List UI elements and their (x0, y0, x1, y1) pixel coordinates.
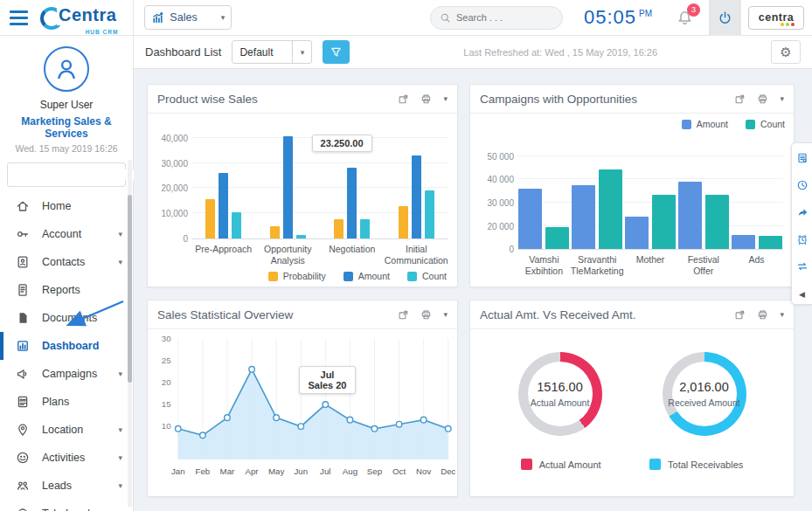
dashboard-select-value: Default (232, 46, 292, 59)
sidebar-item-leads[interactable]: Leads▾ (0, 472, 133, 500)
card-actions: ▾ (734, 309, 784, 321)
settings-button[interactable]: ⚙ (771, 40, 801, 64)
exchange-icon[interactable] (796, 260, 809, 273)
history-clock-icon[interactable] (796, 179, 809, 191)
chevron-down-icon[interactable]: ▾ (780, 94, 784, 103)
sidebar-item-reports[interactable]: Reports (0, 276, 133, 304)
main-area: Dashboard List Default ▾ Last Refreshed … (134, 36, 812, 511)
contacts-icon (16, 255, 30, 269)
area-chart-svg: JanFebMarAprMayJunJulAugSepOctNovDec1015… (148, 329, 457, 496)
legend-item-amount[interactable]: Amount (682, 119, 728, 129)
sidebar-item-tele-leads[interactable]: Tele-Leads▾ (0, 500, 133, 511)
avatar (44, 46, 89, 92)
module-selector[interactable]: Sales ▾ (144, 5, 232, 30)
bar-chart-icon (151, 11, 164, 24)
filter-button[interactable] (323, 40, 350, 64)
bar-group-ads (732, 142, 782, 249)
chevron-down-icon[interactable]: ▾ (443, 94, 448, 103)
card-actions: ▾ (398, 309, 448, 321)
print-icon[interactable] (757, 93, 768, 105)
logout-button[interactable] (709, 0, 741, 36)
svg-text:May: May (268, 466, 284, 476)
sidebar-item-label: Location (42, 424, 83, 436)
bar-group-mother (625, 142, 676, 249)
legend-item-count[interactable]: Count (746, 119, 785, 129)
chevron-down-icon[interactable]: ▾ (780, 310, 784, 319)
plan-icon (16, 395, 30, 409)
brand-badge[interactable]: centra (748, 6, 804, 30)
sidebar-item-account[interactable]: Account▾ (0, 220, 133, 248)
sidebar-item-campaigns[interactable]: Campaigns▾ (0, 360, 133, 388)
sidebar-item-home[interactable]: Home (0, 192, 133, 220)
legend-item-probability[interactable]: Probability (268, 271, 326, 281)
svg-text:20: 20 (162, 377, 171, 387)
dashboard-list-label: Dashboard List (145, 45, 221, 59)
svg-text:Aug: Aug (343, 466, 357, 476)
bar-count (705, 195, 729, 249)
dashboard-select[interactable]: Default ▾ (232, 40, 312, 64)
chart-tooltip: 23.250.00 (312, 135, 372, 152)
sidebar-item-dashboard[interactable]: Dashboard (0, 332, 133, 360)
bar-probability (334, 219, 344, 238)
expand-icon[interactable] (398, 93, 409, 105)
donut-label: Actual Amount (531, 397, 590, 408)
bar-count (360, 219, 370, 238)
legend-item-amount[interactable]: Amount (344, 271, 390, 281)
dashboard-toolbar: Dashboard List Default ▾ Last Refreshed … (134, 36, 812, 69)
y-axis-tick: 40,000 (155, 134, 188, 143)
share-icon[interactable] (796, 206, 809, 218)
card-actions: ▾ (398, 93, 448, 105)
y-axis-tick: 30 000 (481, 198, 514, 208)
legend-item-actual-amount[interactable]: Actual Amount (521, 459, 601, 470)
user-date: Wed. 15 may 2019 16:26 (0, 143, 133, 154)
bar-amount (678, 182, 702, 249)
sidebar-item-documents[interactable]: Documents (0, 304, 133, 332)
svg-text:Mar: Mar (220, 466, 235, 476)
y-axis-tick: 20,000 (155, 183, 188, 193)
print-icon[interactable] (757, 309, 768, 321)
bar-group-initial-communication (399, 126, 434, 238)
expand-icon[interactable] (398, 309, 409, 321)
card-actual-vs-received: Actual Amt. Vs Received Amt. ▾ 1516.00Ac… (469, 300, 795, 497)
legend-item-total-receivables[interactable]: Total Receivables (649, 459, 743, 470)
card-product-wise-sales: Product wise Sales ▾ 010,00020,00030,000… (147, 84, 458, 287)
chart-tooltip: JulSales 20 (299, 366, 355, 394)
bar-probability (399, 206, 408, 238)
notes-icon[interactable] (796, 152, 809, 164)
campaigns-chart: 020 00030 00040 00050 000Vamshi Exbihtio… (470, 114, 794, 287)
sidebar-search-input[interactable] (14, 169, 138, 180)
document-icon (16, 311, 30, 325)
user-profile: Super User Marketing Sales & Services We… (0, 36, 133, 154)
sidebar-item-label: Home (42, 200, 71, 212)
print-icon[interactable] (420, 309, 432, 321)
alarm-icon[interactable] (796, 233, 809, 245)
sidebar-item-plans[interactable]: Plans (0, 388, 133, 416)
notification-badge: 3 (687, 3, 700, 17)
svg-text:Dec: Dec (441, 466, 455, 476)
pin-icon (16, 423, 30, 437)
sidebar-item-activities[interactable]: Activities▾ (0, 444, 133, 472)
expand-icon[interactable] (734, 93, 746, 105)
chevron-down-icon[interactable]: ▾ (443, 310, 448, 319)
rail-collapse-icon[interactable]: ◀ (799, 290, 805, 299)
sidebar: Super User Marketing Sales & Services We… (0, 36, 134, 511)
global-search-input[interactable] (456, 12, 544, 23)
card-campaigns-with-opportunities: Campaigns with Opportunities ▾ 020 00030… (469, 84, 795, 287)
svg-text:Jun: Jun (294, 466, 308, 476)
legend-item-count[interactable]: Count (407, 271, 447, 281)
card-title: Actual Amt. Vs Received Amt. (480, 308, 636, 321)
sales-statistical-chart: JanFebMarAprMayJunJulAugSepOctNovDec1015… (148, 329, 457, 496)
sidebar-scrollbar-thumb[interactable] (128, 195, 132, 383)
notifications-button[interactable]: 3 (677, 10, 693, 26)
expand-icon[interactable] (734, 309, 746, 321)
sidebar-item-location[interactable]: Location▾ (0, 416, 133, 444)
hamburger-menu-icon[interactable] (0, 10, 35, 25)
product-wise-sales-chart: 010,00020,00030,00040,000Pre-ApproachOpp… (148, 114, 457, 287)
print-icon[interactable] (420, 93, 432, 105)
bar-count (652, 195, 676, 249)
sidebar-item-contacts[interactable]: Contacts▾ (0, 248, 133, 276)
donut-value: 2,016.00 (679, 380, 728, 394)
svg-text:30: 30 (162, 334, 171, 343)
y-axis-tick: 30,000 (155, 159, 188, 169)
bar-group-pre-approach (205, 126, 241, 238)
